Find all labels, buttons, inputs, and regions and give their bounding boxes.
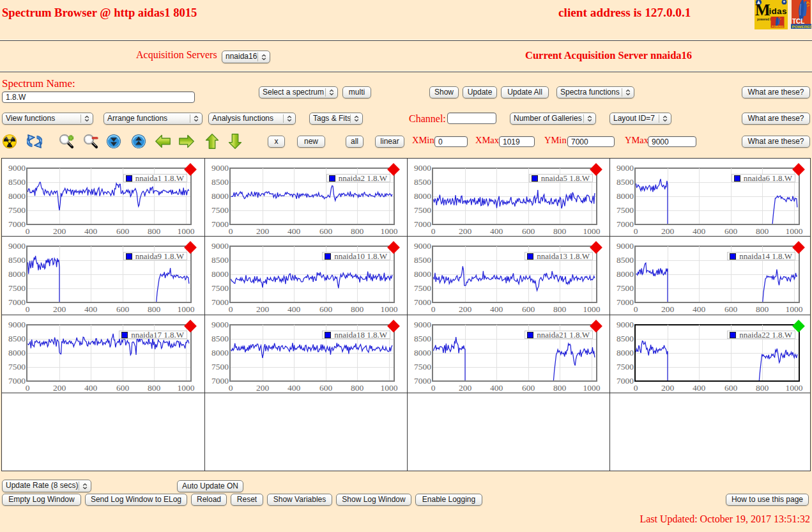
svg-text:POWERED: POWERED bbox=[772, 26, 784, 28]
svg-text:POWERED: POWERED bbox=[792, 24, 812, 29]
svg-text:M: M bbox=[755, 1, 770, 19]
svg-text:idas: idas bbox=[769, 6, 787, 16]
